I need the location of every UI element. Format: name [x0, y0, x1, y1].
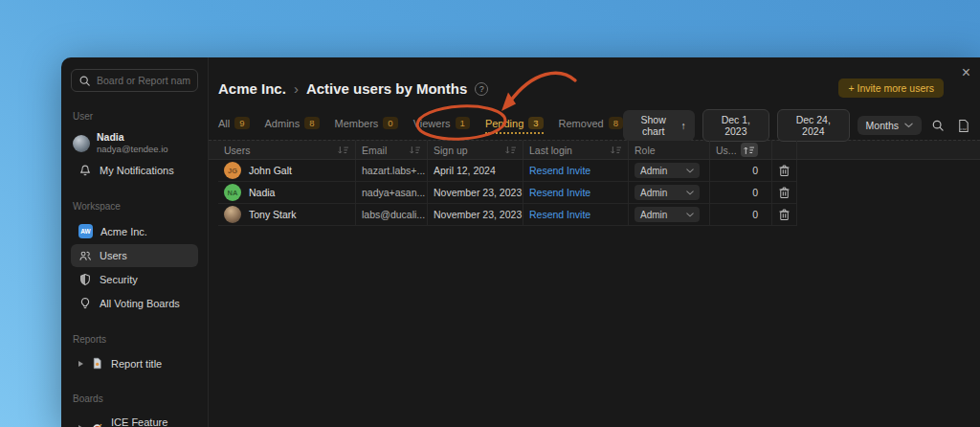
count-badge: 8 [304, 117, 319, 129]
date-to-picker[interactable]: Dec 24, 2024 [777, 109, 850, 142]
table-row: JG John Galt hazart.labs+... April 12, 2… [218, 160, 797, 182]
sort-ascending-button[interactable] [741, 143, 758, 157]
sidebar-item-ice-feature-priorities[interactable]: ICE Feature Priorities [71, 412, 198, 427]
email-cell: hazart.labs+... [356, 160, 428, 181]
column-header-role: Role [629, 141, 710, 159]
sort-icon[interactable] [504, 146, 517, 155]
resend-invite-link[interactable]: Resend Invite [529, 209, 590, 220]
count-badge: 3 [528, 117, 543, 129]
sidebar-item-label: Report title [111, 358, 162, 370]
user-name-cell: Nadia [249, 187, 275, 198]
sort-icon[interactable] [610, 146, 622, 155]
controls-row: All 9 Admins 8 Members 0 Viewers 1 [218, 114, 980, 137]
export-csv-button[interactable] [954, 117, 972, 135]
sidebar-item-workspace-acme[interactable]: AW Acme Inc. [71, 219, 198, 243]
csv-export-icon [956, 119, 970, 133]
help-icon[interactable]: ? [475, 82, 488, 96]
toolbar: Show chart ↑ Dec 1, 2023 Dec 24, 2024 Mo… [623, 109, 972, 142]
target-icon [91, 422, 103, 427]
sidebar-item-users[interactable]: Users [71, 244, 198, 267]
sidebar-item-security[interactable]: Security [71, 268, 198, 291]
avatar: NA [224, 184, 241, 201]
tab-members[interactable]: Members 0 [335, 117, 398, 134]
show-chart-button[interactable]: Show chart ↑ [623, 110, 695, 141]
section-label-user: User [73, 111, 196, 122]
trash-icon [778, 186, 791, 199]
usage-cell: 0 [710, 204, 772, 225]
chevron-down-icon [904, 123, 913, 128]
breadcrumb-separator: › [294, 80, 299, 97]
chevron-down-icon [686, 213, 694, 217]
granularity-dropdown[interactable]: Months [858, 116, 922, 135]
column-header-email: Email [356, 141, 428, 159]
column-header-last-login: Last login [523, 141, 629, 159]
tab-pending[interactable]: Pending 3 [485, 117, 544, 134]
delete-user-button[interactable] [778, 186, 791, 199]
count-badge: 0 [383, 117, 397, 129]
user-name: Nadia [97, 131, 168, 144]
column-header-signup: Sign up [428, 141, 523, 159]
tab-removed[interactable]: Removed 8 [559, 117, 623, 134]
role-dropdown[interactable]: Admin [635, 163, 700, 178]
user-name-cell: John Galt [249, 165, 292, 176]
table-header: Users Email Sign up Last login Role [209, 140, 980, 160]
sidebar-item-label: Security [100, 274, 138, 285]
count-badge: 9 [234, 117, 249, 129]
sort-icon[interactable] [409, 146, 421, 155]
sidebar-item-label: Users [100, 250, 127, 261]
board-search-input[interactable] [97, 75, 190, 86]
tab-admins[interactable]: Admins 8 [265, 117, 320, 134]
close-icon[interactable]: × [962, 65, 970, 80]
desktop-background: User Nadia nadya@tendee.io My Notificati… [0, 0, 980, 427]
trash-icon [778, 164, 791, 177]
invite-more-users-button[interactable]: + Invite more users [838, 79, 944, 98]
user-avatar [73, 135, 90, 152]
usage-cell: 0 [710, 160, 772, 181]
breadcrumb-workspace[interactable]: Acme Inc. [218, 80, 286, 97]
date-from-picker[interactable]: Dec 1, 2023 [702, 109, 769, 142]
table-row: NA Nadia nadya+asan... November 23, 2023… [218, 182, 797, 204]
sidebar-item-voting-boards[interactable]: All Voting Boards [71, 292, 198, 315]
count-badge: 1 [456, 117, 470, 129]
search-icon [78, 75, 91, 87]
sidebar: User Nadia nadya@tendee.io My Notificati… [61, 57, 209, 427]
delete-user-button[interactable] [778, 164, 791, 177]
main-panel: × + Invite more users Acme Inc. › Active… [209, 57, 980, 427]
sort-icon[interactable] [337, 146, 349, 155]
role-dropdown[interactable]: Admin [635, 185, 700, 200]
sidebar-item-notifications[interactable]: My Notifications [71, 159, 198, 182]
table-row: Tony Stark labs@ducali... November 23, 2… [218, 204, 797, 226]
resend-invite-link[interactable]: Resend Invite [529, 187, 590, 198]
role-dropdown[interactable]: Admin [635, 207, 700, 222]
lightbulb-icon [78, 297, 92, 310]
email-cell: nadya+asan... [356, 182, 428, 203]
sidebar-search[interactable] [71, 69, 198, 92]
tab-viewers[interactable]: Viewers 1 [413, 117, 470, 134]
search-table-button[interactable] [929, 117, 947, 134]
avatar-photo [224, 206, 241, 223]
usage-cell: 0 [710, 182, 772, 203]
app-window: User Nadia nadya@tendee.io My Notificati… [61, 57, 980, 427]
signup-cell: November 23, 2023 [428, 204, 523, 225]
shield-icon [78, 273, 92, 286]
arrow-up-icon: ↑ [680, 120, 685, 131]
avatar: JG [224, 162, 241, 179]
user-name-cell: Tony Stark [249, 209, 297, 220]
sidebar-item-label: All Voting Boards [100, 298, 180, 309]
resend-invite-link[interactable]: Resend Invite [529, 165, 590, 176]
filter-tabs: All 9 Admins 8 Members 0 Viewers 1 [218, 117, 623, 134]
tab-all[interactable]: All 9 [218, 117, 250, 134]
search-icon [931, 119, 945, 132]
sidebar-item-label: My Notifications [100, 165, 174, 176]
page-title: Active users by Months [306, 80, 467, 97]
sidebar-item-label: ICE Feature Priorities [111, 416, 190, 427]
expand-caret-icon[interactable] [78, 361, 83, 367]
bell-icon [78, 164, 92, 177]
delete-user-button[interactable] [778, 208, 791, 221]
column-header-users: Users [218, 141, 356, 159]
sidebar-item-report-title[interactable]: Report title [71, 352, 198, 374]
sidebar-user-profile[interactable]: Nadia nadya@tendee.io [73, 131, 196, 155]
sidebar-item-label: Acme Inc. [100, 226, 147, 237]
signup-cell: November 23, 2023 [428, 182, 523, 203]
section-label-reports: Reports [73, 334, 196, 345]
